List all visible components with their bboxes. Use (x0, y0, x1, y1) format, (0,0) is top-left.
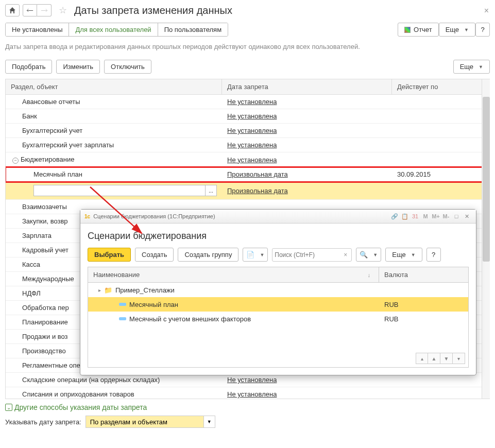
m-plus-button[interactable]: M+ (431, 212, 441, 221)
valid-until (392, 187, 489, 194)
table-row[interactable]: Авансовые отчетыНе установлена (6, 95, 489, 109)
row-name: Касса (22, 261, 40, 268)
valid-until (392, 128, 489, 134)
row-name: Международные (22, 275, 74, 283)
other-ways-toggle[interactable]: ⌄ Другие способы указания даты запрета (5, 403, 490, 411)
row-name: Банк (22, 112, 37, 120)
table-row[interactable]: Месячный планПроизвольная дата30.09.2015 (6, 167, 489, 182)
calendar-icon[interactable]: 31 (410, 212, 420, 221)
item-name: Пример_Стеллажи (115, 286, 175, 294)
ban-date-link[interactable]: Не установлена (227, 390, 277, 398)
dialog-window-title: Сценарии бюджетирования (1С:Предприятие) (93, 213, 215, 219)
list-item[interactable]: ▸📁Пример_Стеллажи (88, 283, 468, 297)
ban-date-link[interactable]: Не установлена (227, 141, 277, 149)
valid-until (392, 377, 489, 383)
row-name: Авансовые отчеты (22, 98, 80, 106)
app-icon: 1c (84, 214, 90, 219)
dialog-help-button[interactable]: ? (426, 248, 441, 262)
specify-dropdown-button[interactable]: ▼ (204, 416, 215, 428)
clear-search-icon[interactable]: × (342, 251, 349, 259)
table-row[interactable]: Списания и оприходования товаровНе устан… (6, 387, 489, 399)
search-button[interactable]: 🔍▼ (356, 248, 381, 262)
sort-icon: ↓ (368, 272, 371, 278)
column-valid-until[interactable]: Действует по (392, 79, 489, 94)
table-row[interactable]: −БюджетированиеНе установлена (6, 152, 489, 167)
row-name: Бухгалтерский учет (22, 127, 82, 134)
list-item[interactable]: Месячный с учетом внешних факторовRUB (88, 312, 468, 326)
ban-date-link[interactable]: Не установлена (227, 376, 277, 384)
column-section[interactable]: Раздел, объект (6, 79, 222, 94)
disable-button[interactable]: Отключить (104, 60, 151, 74)
list-item[interactable]: Месячный планRUB (88, 297, 468, 312)
ban-date-link[interactable]: Произвольная дата (227, 187, 288, 195)
pick-button[interactable]: Подобрать (5, 60, 52, 74)
tab-not-set[interactable]: Не установлены (6, 23, 69, 36)
expand-icon[interactable]: ▸ (98, 287, 101, 293)
item-currency: RUB (379, 298, 468, 311)
help-button-top[interactable]: ? (475, 23, 490, 37)
search-input[interactable] (275, 251, 342, 259)
ban-date-link[interactable]: Произвольная дата (227, 170, 288, 178)
ban-date-link[interactable]: Не установлена (227, 112, 277, 120)
scrollbar[interactable] (482, 79, 490, 399)
dialog-column-name[interactable]: Наименование↓ (88, 267, 379, 282)
nav-first-button[interactable]: ▴ (416, 353, 428, 364)
ban-date-link[interactable]: Не установлена (227, 127, 277, 134)
calc-icon[interactable]: 📋 (400, 212, 410, 221)
table-row[interactable]: ...Произвольная дата (6, 182, 489, 200)
row-name: Складские операции (на ордерных складах) (22, 376, 160, 384)
scenarios-dialog: 1c Сценарии бюджетирования (1С:Предприят… (80, 209, 476, 375)
nav-last-button[interactable]: ▾ (453, 353, 465, 364)
page-title: Даты запрета изменения данных (74, 5, 232, 16)
description-text: Даты запрета ввода и редактирования данн… (0, 39, 495, 58)
row-name: Обработка пер (22, 304, 69, 312)
row-name: Кадровый учет (22, 246, 69, 254)
lookup-button[interactable]: ... (206, 185, 217, 196)
column-ban-date[interactable]: Дата запрета (222, 79, 392, 94)
ban-date-link[interactable]: Не установлена (227, 156, 277, 164)
back-button[interactable]: 🡐 (23, 4, 37, 16)
report-button[interactable]: Отчет (398, 23, 439, 37)
forward-button[interactable]: 🡒 (37, 4, 52, 16)
collapse-icon[interactable]: − (12, 158, 19, 164)
row-name: Закупки, возвр (22, 217, 68, 225)
item-icon (119, 317, 126, 320)
table-row[interactable]: БанкНе установлена (6, 109, 489, 124)
tab-by-users[interactable]: По пользователям (158, 23, 228, 36)
more-button-actions[interactable]: Еще▼ (453, 60, 490, 74)
chevron-down-icon: ▼ (464, 27, 469, 32)
dialog-column-currency[interactable]: Валюта (379, 267, 468, 282)
dialog-close-button[interactable]: ✕ (462, 212, 472, 221)
create-button[interactable]: Создать (135, 248, 174, 262)
favorite-icon[interactable]: ☆ (57, 4, 69, 16)
maximize-button[interactable]: □ (451, 212, 462, 221)
item-icon (119, 303, 126, 306)
create-group-button[interactable]: Создать группу (178, 248, 238, 262)
row-name: НДФЛ (22, 289, 41, 297)
row-name: Производство (22, 347, 66, 355)
insert-button[interactable]: 📄▼ (243, 248, 268, 262)
document-icon: 📄 (246, 251, 254, 259)
home-button[interactable] (5, 4, 20, 16)
item-name: Месячный план (129, 301, 178, 308)
search-icon: 🔍 (360, 251, 368, 259)
object-input[interactable] (33, 185, 206, 196)
valid-until (392, 99, 489, 105)
close-button[interactable]: × (484, 6, 489, 15)
ban-date-link[interactable]: Не установлена (227, 98, 277, 106)
tab-all-users[interactable]: Для всех пользователей (69, 23, 158, 36)
dialog-more-button[interactable]: Еще▼ (385, 248, 422, 262)
link-icon[interactable]: 🔗 (389, 212, 400, 221)
report-icon (404, 27, 411, 33)
chevron-down-icon: ⌄ (5, 404, 12, 411)
m-button[interactable]: M (420, 212, 431, 221)
more-button-top[interactable]: Еще▼ (439, 23, 475, 37)
table-row[interactable]: Бухгалтерский учетНе установлена (6, 124, 489, 138)
edit-button[interactable]: Изменить (56, 60, 100, 74)
specify-select[interactable] (86, 416, 204, 428)
nav-down-button[interactable]: ▼ (440, 353, 453, 364)
m-minus-button[interactable]: M- (441, 212, 451, 221)
select-button[interactable]: Выбрать (88, 248, 131, 262)
nav-up-button[interactable]: ▲ (428, 353, 440, 364)
table-row[interactable]: Бухгалтерский учет зарплатыНе установлен… (6, 138, 489, 152)
